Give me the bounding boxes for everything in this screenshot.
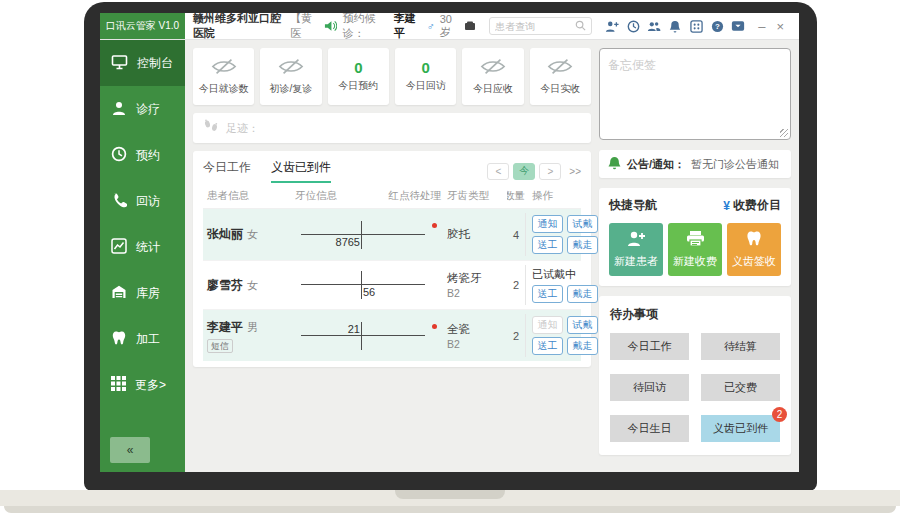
todo-today-work[interactable]: 今日工作	[610, 333, 689, 360]
stat-card-received[interactable]: 今日实收	[530, 48, 591, 105]
bell-icon[interactable]	[668, 19, 682, 33]
search-input[interactable]	[495, 21, 575, 32]
inbox-icon[interactable]	[731, 19, 745, 33]
tile-label: 新建患者	[614, 254, 658, 269]
todo-pending-followup[interactable]: 待回访	[610, 374, 689, 401]
tabs: 今日工作 义齿已到件	[203, 159, 487, 183]
tooth-icon	[111, 330, 127, 349]
patient-name[interactable]: 廖雪芬	[207, 278, 243, 292]
patient-name[interactable]: 张灿丽	[207, 227, 243, 241]
stat-card-followups[interactable]: 0 今日回访	[395, 48, 456, 105]
table-row[interactable]: 廖雪芬女 56 烤瓷牙 B2 2 已试戴中	[203, 261, 581, 310]
todo-panel: 待办事项 今日工作 待结算 待回访 已交费 今日生日 义齿已到件 2	[599, 296, 791, 455]
memo-textarea[interactable]	[599, 48, 791, 140]
footprint-bar[interactable]: 足迹：	[193, 113, 591, 143]
col-red-dot-pending: 红点待处理	[389, 189, 442, 203]
warehouse-icon	[111, 284, 127, 303]
takeaway-button[interactable]: 戴走	[567, 236, 598, 254]
footprint-label: 足迹：	[226, 121, 259, 136]
eye-off-icon[interactable]	[278, 58, 304, 79]
sidebar-item-treatment[interactable]: 诊疗	[100, 86, 185, 132]
col-patient-info: 患者信息	[203, 189, 295, 203]
tryon-button[interactable]: 试戴	[567, 215, 598, 233]
tooth-numbers: 21	[348, 323, 361, 335]
quantity-cell: 2	[507, 279, 525, 291]
tabs-row: 今日工作 义齿已到件 < 今 > >>	[203, 159, 581, 183]
todo-pending-settlement[interactable]: 待结算	[701, 333, 780, 360]
waiting-patient-age: 30岁	[440, 13, 459, 40]
actions-cell: 通知 试戴 送工 戴走	[525, 314, 601, 357]
sidebar-item-statistics[interactable]: 统计	[100, 224, 185, 270]
pager-prev-button[interactable]: <	[487, 163, 509, 180]
tooth-type-cell: 全瓷 B2	[447, 322, 507, 350]
actions-cell: 已试戴中 送工 戴走	[525, 265, 601, 305]
phone-icon	[111, 192, 127, 211]
notice-bar[interactable]: 公告/通知： 暂无门诊公告通知	[599, 150, 791, 178]
eye-off-icon[interactable]	[211, 58, 237, 79]
price-list-link[interactable]: ¥ 收费价目	[723, 197, 781, 214]
close-button[interactable]: ×	[774, 19, 787, 34]
sidebar-collapse-button[interactable]: «	[110, 437, 150, 463]
eye-off-icon[interactable]	[547, 58, 573, 79]
send-lab-button[interactable]: 送工	[532, 285, 563, 303]
todo-item-label: 义齿已到件	[713, 421, 768, 436]
tab-denture-arrived[interactable]: 义齿已到件	[271, 159, 331, 183]
sidebar-item-label: 控制台	[137, 55, 173, 72]
cabinet-icon[interactable]	[689, 19, 703, 33]
takeaway-button[interactable]: 戴走	[567, 337, 598, 355]
table-row[interactable]: 张灿丽女 8765 胶托 4	[203, 209, 581, 261]
team-icon[interactable]	[647, 19, 661, 33]
right-column: 公告/通知： 暂无门诊公告通知 快捷导航 ¥ 收费价目 新建	[599, 48, 791, 464]
todo-today-birthday[interactable]: 今日生日	[610, 415, 689, 442]
pager-more-button[interactable]: >>	[569, 166, 581, 177]
sidebar-item-more[interactable]: 更多>	[100, 362, 185, 408]
sidebar-item-label: 诊疗	[136, 101, 160, 118]
sidebar-item-appointment[interactable]: 预约	[100, 132, 185, 178]
stat-card-visits[interactable]: 今日就诊数	[193, 48, 254, 105]
date-pager: < 今 > >>	[487, 163, 581, 180]
table-row[interactable]: 李建平男 短信 21 全瓷 B2 2	[203, 310, 581, 361]
tryon-button[interactable]: 试戴	[567, 316, 598, 334]
sidebar-item-warehouse[interactable]: 库房	[100, 270, 185, 316]
history-clock-icon[interactable]	[626, 19, 640, 33]
patient-name[interactable]: 李建平	[207, 320, 243, 334]
tooth-cross-vline	[361, 322, 362, 350]
help-icon[interactable]: ?	[710, 19, 724, 33]
quick-nav-title: 快捷导航	[609, 197, 657, 214]
male-icon: ♂	[426, 20, 434, 32]
col-quantity: 数量	[507, 189, 525, 203]
stat-card-receivable[interactable]: 今日应收	[462, 48, 523, 105]
yen-icon: ¥	[723, 199, 730, 213]
search-icon[interactable]	[575, 20, 586, 33]
send-lab-button[interactable]: 送工	[532, 337, 563, 355]
takeaway-button[interactable]: 戴走	[567, 285, 598, 303]
todo-denture-arrived[interactable]: 义齿已到件 2	[701, 415, 780, 442]
stat-card-appointments[interactable]: 0 今日预约	[328, 48, 389, 105]
notify-button[interactable]: 通知	[532, 215, 563, 233]
patient-record-icon[interactable]	[464, 19, 476, 33]
minimize-button[interactable]: –	[755, 19, 768, 34]
sidebar-item-lab[interactable]: 加工	[100, 316, 185, 362]
todo-paid[interactable]: 已交费	[701, 374, 780, 401]
eye-off-icon[interactable]	[480, 58, 506, 79]
pager-next-button[interactable]: >	[539, 163, 561, 180]
sidebar-item-label: 统计	[136, 239, 160, 256]
actions-cell: 通知 试戴 送工 戴走	[525, 213, 601, 256]
waiting-patient-name[interactable]: 李建平	[394, 13, 422, 41]
add-patient-icon[interactable]	[605, 19, 619, 33]
tab-today-work[interactable]: 今日工作	[203, 159, 251, 183]
pager-today-button[interactable]: 今	[513, 163, 535, 180]
new-charge-tile[interactable]: 新建收费	[668, 223, 722, 276]
send-lab-button[interactable]: 送工	[532, 236, 563, 254]
todo-title: 待办事项	[610, 306, 780, 323]
new-patient-tile[interactable]: 新建患者	[609, 223, 663, 276]
tooth-diagram: 8765	[295, 217, 447, 253]
patient-search[interactable]	[489, 17, 592, 35]
sidebar-item-followup[interactable]: 回访	[100, 178, 185, 224]
price-list-label: 收费价目	[733, 197, 781, 214]
stat-card-first-return[interactable]: 初诊/复诊	[260, 48, 321, 105]
sidebar-item-label: 加工	[136, 331, 160, 348]
speaker-icon[interactable]	[324, 19, 337, 33]
sidebar-item-console[interactable]: 控制台	[100, 40, 185, 86]
denture-receive-tile[interactable]: 义齿签收	[727, 223, 781, 276]
